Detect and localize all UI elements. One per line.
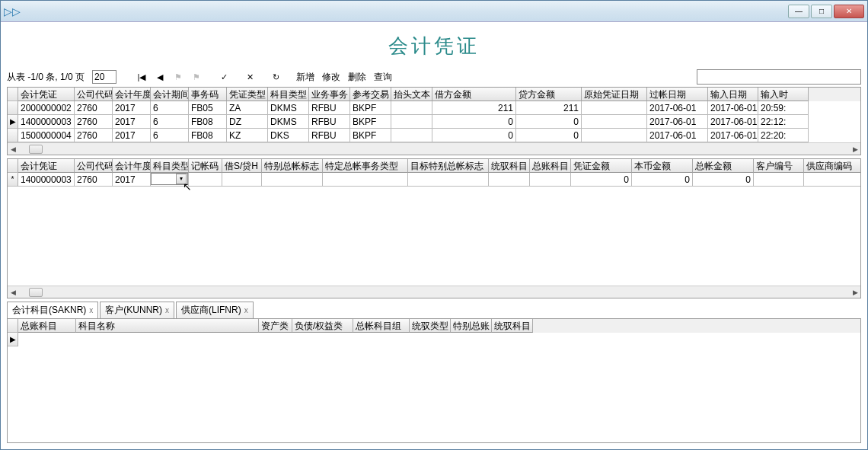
- cell[interactable]: 1500000004: [18, 129, 75, 142]
- cell[interactable]: [189, 173, 222, 187]
- cell[interactable]: 20:59:: [758, 101, 809, 115]
- minimize-button[interactable]: —: [788, 5, 809, 18]
- column-header[interactable]: 输入日期: [708, 88, 758, 101]
- column-header[interactable]: 输入时: [758, 88, 809, 101]
- cell[interactable]: 211: [432, 101, 516, 115]
- column-header[interactable]: 会计期间: [151, 88, 189, 101]
- column-header[interactable]: 资产类: [259, 319, 292, 333]
- column-header[interactable]: 目标特别总帐标志: [408, 159, 489, 173]
- cell[interactable]: 6: [151, 115, 189, 129]
- row-handle[interactable]: *: [8, 173, 18, 187]
- first-page-button[interactable]: |◀: [135, 71, 148, 83]
- cell[interactable]: [222, 173, 262, 187]
- prev-page-button[interactable]: ◀: [153, 71, 167, 83]
- close-button[interactable]: ✕: [834, 5, 864, 18]
- query-button[interactable]: 查询: [372, 71, 394, 84]
- tab-供应商(LIFNR)[interactable]: 供应商(LIFNR)x: [176, 302, 254, 318]
- column-header[interactable]: 会计年度: [113, 159, 151, 173]
- cell[interactable]: 22:12:: [758, 115, 809, 129]
- cell[interactable]: 0: [693, 173, 754, 187]
- cell[interactable]: 0: [516, 129, 582, 142]
- column-header[interactable]: 参考交易: [350, 88, 391, 101]
- column-header[interactable]: 总帐金额: [693, 159, 754, 173]
- cell[interactable]: 2000000002: [18, 101, 75, 115]
- column-header[interactable]: 科目类型: [151, 159, 189, 173]
- cell[interactable]: [804, 173, 860, 187]
- table-row[interactable]: 1500000004276020176FB08KZDKSRFBUBKPF0020…: [8, 129, 860, 142]
- cell[interactable]: 2017: [113, 129, 151, 142]
- cell[interactable]: DKS: [268, 129, 309, 142]
- close-icon[interactable]: x: [89, 306, 93, 314]
- scroll-right-icon[interactable]: ▶: [850, 287, 860, 298]
- row-handle[interactable]: [8, 129, 18, 142]
- cell[interactable]: 0: [432, 115, 516, 129]
- cell[interactable]: 0: [432, 129, 516, 142]
- cell[interactable]: RFBU: [309, 115, 350, 129]
- cell[interactable]: 2017-06-01: [647, 129, 708, 142]
- cell[interactable]: [391, 129, 432, 142]
- cell[interactable]: 0: [516, 115, 582, 129]
- column-header[interactable]: 客户编号: [754, 159, 804, 173]
- cell[interactable]: 211: [516, 101, 582, 115]
- column-header[interactable]: 借方金额: [432, 88, 516, 101]
- column-header[interactable]: 事务码: [189, 88, 227, 101]
- cancel-button[interactable]: ✕: [243, 71, 257, 83]
- page-size-input[interactable]: [92, 70, 116, 84]
- cell[interactable]: [391, 115, 432, 129]
- cell[interactable]: 2017: [113, 173, 151, 187]
- cell[interactable]: 1400000003: [18, 173, 75, 187]
- column-header[interactable]: 供应商编码: [804, 159, 861, 173]
- edit-button[interactable]: 修改: [321, 71, 342, 84]
- cell[interactable]: 2017-06-01: [708, 129, 758, 142]
- column-header[interactable]: 借S/贷H: [222, 159, 262, 173]
- cell[interactable]: [530, 173, 571, 187]
- chevron-down-icon[interactable]: ▾: [176, 174, 187, 184]
- column-header[interactable]: 公司代码: [75, 88, 113, 101]
- cell[interactable]: 2017-06-01: [708, 115, 758, 129]
- cell[interactable]: 2017: [113, 101, 151, 115]
- tab-会计科目(SAKNR)[interactable]: 会计科目(SAKNR)x: [7, 302, 98, 318]
- cell[interactable]: 0: [571, 173, 632, 187]
- tab-客户(KUNNR)[interactable]: 客户(KUNNR)x: [100, 302, 174, 318]
- cell[interactable]: [391, 101, 432, 115]
- cell[interactable]: 2017-06-01: [647, 115, 708, 129]
- column-header[interactable]: 负债/权益类: [292, 319, 353, 333]
- cell[interactable]: [408, 173, 489, 187]
- row-handle[interactable]: ▶: [8, 333, 18, 346]
- column-header[interactable]: 总账科目: [530, 159, 571, 173]
- cell[interactable]: 2760: [75, 115, 113, 129]
- column-header[interactable]: 特别总帐标志: [262, 159, 323, 173]
- delete-button[interactable]: 删除: [346, 71, 368, 84]
- column-header[interactable]: 总帐科目组: [353, 319, 410, 333]
- refresh-button[interactable]: ↻: [269, 71, 282, 83]
- column-header[interactable]: 过帐日期: [647, 88, 708, 101]
- cell[interactable]: ZA: [227, 101, 268, 115]
- column-header[interactable]: 统驭类型: [410, 319, 451, 333]
- column-header[interactable]: 统驭科目: [492, 319, 533, 333]
- column-header[interactable]: 特别总账: [451, 319, 492, 333]
- row-handle[interactable]: ▶: [8, 115, 18, 129]
- column-header[interactable]: 抬头文本: [391, 88, 432, 101]
- cell[interactable]: 1400000003: [18, 115, 75, 129]
- account-type-dropdown[interactable]: ▾: [151, 173, 188, 185]
- table-row[interactable]: *140000000327602017▾000: [8, 173, 860, 187]
- cell[interactable]: 2017-06-01: [647, 101, 708, 115]
- cell[interactable]: 6: [151, 101, 189, 115]
- row-handle[interactable]: [8, 101, 18, 115]
- column-header[interactable]: 凭证金额: [571, 159, 632, 173]
- column-header[interactable]: 会计凭证: [18, 159, 75, 173]
- grid2-hscroll[interactable]: ◀ ▶: [8, 286, 860, 298]
- cell[interactable]: DZ: [227, 115, 268, 129]
- column-header[interactable]: 总账科目: [18, 319, 76, 333]
- cell[interactable]: 2760: [75, 101, 113, 115]
- cell[interactable]: KZ: [227, 129, 268, 142]
- cell[interactable]: [262, 173, 323, 187]
- column-header[interactable]: 统驭科目: [489, 159, 530, 173]
- column-header[interactable]: 凭证类型: [227, 88, 268, 101]
- column-header[interactable]: 公司代码: [75, 159, 113, 173]
- cell[interactable]: ▾: [151, 173, 189, 187]
- column-header[interactable]: 业务事务: [309, 88, 350, 101]
- cell[interactable]: [582, 101, 647, 115]
- confirm-button[interactable]: ✓: [217, 71, 231, 83]
- table-row[interactable]: 2000000002276020176FB05ZADKMSRFBUBKPF211…: [8, 101, 860, 115]
